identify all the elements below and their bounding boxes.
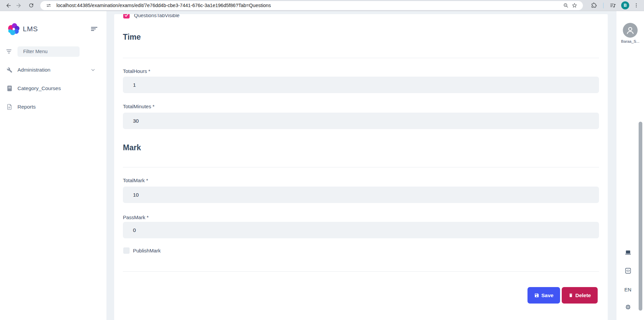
lms-logo-icon bbox=[7, 23, 20, 35]
save-floppy-icon bbox=[534, 293, 539, 298]
media-controls-icon[interactable] bbox=[608, 1, 618, 10]
filter-row bbox=[0, 46, 106, 56]
sidebar-item-reports[interactable]: Reports bbox=[0, 100, 106, 114]
checkbox-label: PublishMark bbox=[133, 248, 161, 253]
menu-kebab-icon[interactable] bbox=[633, 1, 640, 10]
pass-mark-input[interactable] bbox=[123, 222, 599, 238]
total-mark-input[interactable] bbox=[123, 187, 599, 203]
sidebar-item-label: Category_Courses bbox=[17, 85, 61, 91]
time-section-heading: Time bbox=[123, 33, 141, 42]
total-minutes-label: TotalMinutes * bbox=[123, 104, 154, 109]
code-icon[interactable] bbox=[616, 268, 639, 274]
brand-title: LMS bbox=[23, 25, 38, 33]
username-label: Baraa_S... bbox=[616, 39, 644, 43]
zoom-icon[interactable] bbox=[561, 1, 570, 9]
sidebar-item-label: Administration bbox=[17, 67, 50, 73]
divider bbox=[123, 58, 599, 58]
sidebar-item-category-courses[interactable]: Category_Courses bbox=[0, 82, 106, 95]
screen: localhost:44385/examination/exams/edit/7… bbox=[0, 0, 644, 320]
divider bbox=[123, 271, 599, 272]
chevron-down-icon bbox=[91, 68, 95, 72]
main-area: QuestionsTabVisible Time TotalHours * To… bbox=[106, 11, 616, 320]
save-button[interactable]: Save bbox=[527, 287, 560, 304]
checkbox-label: QuestionsTabVisible bbox=[134, 14, 180, 18]
extensions-icon[interactable] bbox=[589, 1, 599, 10]
exam-edit-form-card: QuestionsTabVisible Time TotalHours * To… bbox=[114, 14, 608, 320]
url-text: localhost:44385/examination/exams/edit/7… bbox=[56, 3, 561, 8]
pass-mark-label: PassMark * bbox=[123, 214, 149, 220]
book-icon bbox=[0, 85, 17, 91]
questions-tab-visible-checkbox-row: QuestionsTabVisible bbox=[123, 14, 180, 18]
delete-trash-icon bbox=[568, 293, 573, 298]
user-avatar-icon bbox=[625, 25, 635, 35]
gear-icon[interactable] bbox=[616, 304, 639, 310]
page-scrollbar[interactable] bbox=[639, 122, 642, 311]
brand-row: LMS bbox=[0, 22, 106, 36]
laptop-icon[interactable] bbox=[616, 250, 639, 255]
document-icon bbox=[0, 104, 17, 110]
forward-icon[interactable] bbox=[13, 1, 24, 10]
total-mark-label: TotalMark * bbox=[123, 177, 148, 183]
back-icon[interactable] bbox=[3, 1, 13, 10]
questions-tab-visible-checkbox[interactable] bbox=[123, 14, 130, 18]
bookmark-star-icon[interactable] bbox=[570, 1, 579, 9]
filter-menu-input[interactable] bbox=[17, 46, 80, 57]
app-body: LMS Admin bbox=[0, 11, 644, 320]
publish-mark-checkbox-row: PublishMark bbox=[123, 247, 161, 254]
form-actions: Save Delete bbox=[527, 287, 598, 304]
user-avatar[interactable] bbox=[623, 23, 638, 38]
filter-icon bbox=[0, 49, 17, 54]
language-toggle[interactable]: EN bbox=[616, 287, 639, 292]
reload-icon[interactable] bbox=[26, 1, 36, 10]
total-minutes-input[interactable] bbox=[123, 113, 599, 129]
sidebar: LMS Admin bbox=[0, 11, 106, 320]
mark-section-heading: Mark bbox=[123, 143, 141, 152]
toolbar-divider bbox=[603, 3, 604, 8]
divider bbox=[123, 167, 599, 167]
delete-button[interactable]: Delete bbox=[562, 287, 598, 304]
total-hours-label: TotalHours * bbox=[123, 68, 150, 74]
total-hours-input[interactable] bbox=[123, 77, 599, 93]
site-info-icon[interactable] bbox=[44, 1, 53, 9]
sidebar-item-administration[interactable]: Administration bbox=[0, 63, 106, 77]
sidebar-toggle-icon[interactable] bbox=[91, 26, 98, 32]
wrench-icon bbox=[0, 67, 17, 73]
browser-toolbar: localhost:44385/examination/exams/edit/7… bbox=[0, 0, 644, 11]
profile-avatar[interactable]: B bbox=[621, 1, 629, 9]
publish-mark-checkbox[interactable] bbox=[123, 247, 130, 254]
sidebar-item-label: Reports bbox=[17, 104, 36, 110]
url-bar[interactable]: localhost:44385/examination/exams/edit/7… bbox=[40, 1, 583, 10]
